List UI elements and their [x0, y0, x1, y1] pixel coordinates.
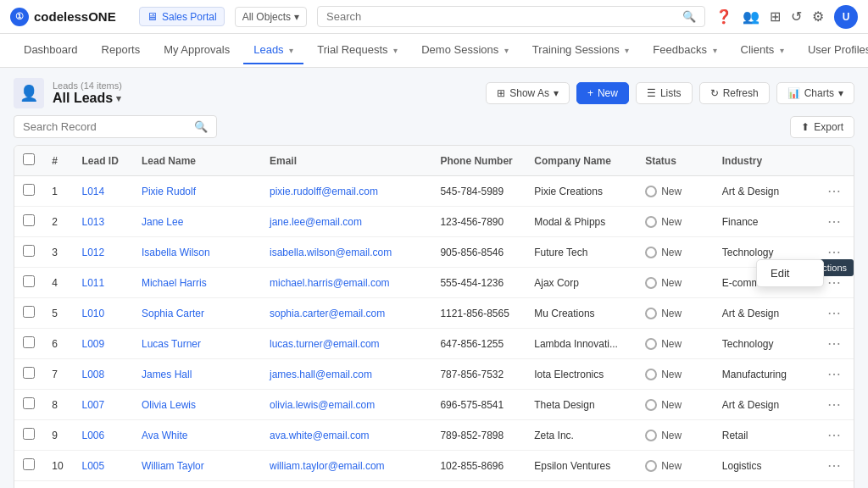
row-actions-btn-0[interactable]: ⋯ — [825, 183, 845, 199]
search-record-input[interactable] — [23, 120, 189, 133]
row-status-6: New — [645, 369, 705, 380]
row-actions-btn-4[interactable]: ⋯ — [825, 305, 845, 321]
row-status-8: New — [645, 430, 705, 441]
row-checkbox-8[interactable] — [23, 428, 35, 440]
row-email-link-4[interactable]: sophia.carter@email.com — [270, 308, 385, 319]
row-checkbox-5[interactable] — [23, 336, 35, 348]
row-email-link-2[interactable]: isabella.wilson@email.com — [270, 247, 392, 258]
row-company-6: Iota Electronics — [526, 359, 637, 390]
row-checkbox-1[interactable] — [23, 214, 35, 226]
select-all-checkbox[interactable] — [23, 153, 35, 165]
row-name-link-1[interactable]: Jane Lee — [142, 216, 183, 228]
row-leadid-link-1[interactable]: L013 — [81, 216, 104, 228]
settings-icon[interactable]: ⚙ — [812, 8, 824, 25]
row-actions-btn-3[interactable]: ⋯ — [825, 274, 845, 291]
row-checkbox-2[interactable] — [23, 245, 35, 257]
row-name-link-8[interactable]: Ava White — [142, 430, 187, 441]
row-name-link-7[interactable]: Olivia Lewis — [142, 399, 196, 411]
row-email-link-6[interactable]: james.hall@email.com — [270, 369, 372, 380]
nav-item-clients[interactable]: Clients ▾ — [731, 36, 794, 64]
plus-icon: + — [587, 87, 593, 99]
nav-item-demo-sessions[interactable]: Demo Sessions ▾ — [411, 36, 519, 64]
row-leadid-link-9[interactable]: L005 — [81, 460, 104, 472]
row-leadid-link-7[interactable]: L007 — [81, 399, 104, 411]
row-leadid-link-2[interactable]: L012 — [81, 247, 104, 258]
row-name-link-0[interactable]: Pixie Rudolf — [142, 186, 196, 197]
nav-item-training-sessions[interactable]: Training Sessions ▾ — [522, 36, 639, 64]
status-dot-2 — [645, 247, 657, 258]
row-actions-btn-2[interactable]: ⋯ — [825, 244, 845, 260]
row-actions-btn-5[interactable]: ⋯ — [825, 336, 845, 352]
row-leadid-link-6[interactable]: L008 — [81, 369, 104, 380]
table-row: 8 L007 Olivia Lewis olivia.lewis@email.c… — [14, 390, 854, 420]
row-leadid-link-0[interactable]: L014 — [81, 186, 104, 197]
nav-item-approvals[interactable]: My Approvals — [153, 36, 240, 64]
export-button[interactable]: ⬆ Export — [790, 116, 854, 138]
grid-icon[interactable]: ⊞ — [770, 8, 781, 25]
row-status-0: New — [645, 186, 705, 197]
col-header-company: Company Name — [526, 146, 637, 176]
row-email-link-7[interactable]: olivia.lewis@email.com — [270, 399, 375, 411]
help-icon[interactable]: ❓ — [715, 8, 732, 25]
row-actions-btn-7[interactable]: ⋯ — [825, 396, 845, 413]
row-email-link-1[interactable]: jane.lee@email.com — [270, 216, 362, 228]
row-checkbox-0[interactable] — [23, 184, 35, 196]
avatar[interactable]: U — [834, 5, 858, 29]
new-button[interactable]: + New — [576, 82, 629, 104]
global-search-input[interactable] — [326, 10, 682, 23]
export-icon: ⬆ — [801, 121, 810, 133]
col-header-leadid: Lead ID — [73, 146, 132, 176]
row-actions-btn-9[interactable]: ⋯ — [825, 458, 845, 474]
nav-item-feedbacks[interactable]: Feedbacks ▾ — [643, 36, 726, 64]
row-checkbox-6[interactable] — [23, 367, 35, 379]
row-actions-btn-6[interactable]: ⋯ — [825, 366, 845, 382]
row-email-link-8[interactable]: ava.white@email.com — [270, 430, 370, 441]
row-actions-btn-1[interactable]: ⋯ — [825, 214, 845, 230]
leads-title[interactable]: All Leads ▾ — [53, 91, 122, 106]
row-name-link-2[interactable]: Isabella Wilson — [142, 247, 210, 258]
all-objects-dropdown[interactable]: All Objects ▾ — [235, 7, 307, 27]
row-checkbox-9[interactable] — [23, 458, 35, 470]
row-leadid-link-5[interactable]: L009 — [81, 338, 104, 350]
row-leadid-link-8[interactable]: L006 — [81, 430, 104, 441]
row-name-link-6[interactable]: James Hall — [142, 369, 192, 380]
row-email-link-5[interactable]: lucas.turner@email.com — [270, 338, 380, 350]
nav-item-trial-requests[interactable]: Trial Requests ▾ — [307, 36, 408, 64]
row-checkbox-3[interactable] — [23, 275, 35, 287]
leads-nav-arrow: ▾ — [289, 46, 293, 55]
context-menu-edit[interactable]: Edit — [757, 260, 823, 286]
row-email-link-3[interactable]: michael.harris@email.com — [270, 277, 390, 289]
portal-badge[interactable]: 🖥 Sales Portal — [139, 7, 225, 26]
global-search-bar[interactable]: 🔍 — [317, 6, 705, 27]
row-name-link-4[interactable]: Sophia Carter — [142, 308, 204, 319]
row-checkbox-4[interactable] — [23, 306, 35, 318]
row-leadid-link-4[interactable]: L010 — [81, 308, 104, 319]
history-icon[interactable]: ↺ — [791, 8, 802, 25]
row-leadid-link-3[interactable]: L011 — [81, 277, 104, 289]
row-checkbox-7[interactable] — [23, 397, 35, 409]
refresh-button[interactable]: ↻ Refresh — [699, 82, 770, 104]
demo-arrow: ▾ — [504, 46, 509, 55]
nav-item-leads[interactable]: Leads ▾ — [243, 36, 303, 64]
status-dot-7 — [645, 399, 657, 411]
row-num-6: 7 — [43, 359, 73, 390]
nav-item-reports[interactable]: Reports — [92, 36, 151, 64]
status-dot-5 — [645, 338, 657, 350]
row-email-link-0[interactable]: pixie.rudolff@email.com — [270, 186, 378, 197]
nav-item-dashboard[interactable]: Dashboard — [14, 36, 88, 64]
leads-avatar-icon: 👤 — [14, 78, 44, 108]
row-email-link-9[interactable]: william.taylor@email.com — [270, 460, 385, 472]
show-as-button[interactable]: ⊞ Show As ▾ — [486, 82, 570, 104]
lists-button[interactable]: ☰ Lists — [636, 82, 693, 104]
row-num-7: 8 — [43, 390, 73, 420]
row-name-link-5[interactable]: Lucas Turner — [142, 338, 201, 350]
row-name-link-3[interactable]: Michael Harris — [142, 277, 207, 289]
users-icon[interactable]: 👥 — [743, 8, 760, 25]
charts-button[interactable]: 📊 Charts ▾ — [776, 82, 854, 104]
row-company-10: Delta Solutions — [526, 481, 637, 489]
row-industry-1: Finance — [714, 207, 816, 237]
row-name-link-9[interactable]: William Taylor — [142, 460, 204, 472]
row-actions-btn-8[interactable]: ⋯ — [825, 427, 845, 443]
search-record-container[interactable]: 🔍 — [14, 115, 217, 138]
nav-item-user-profiles[interactable]: User Profiles ▾ — [798, 36, 868, 64]
